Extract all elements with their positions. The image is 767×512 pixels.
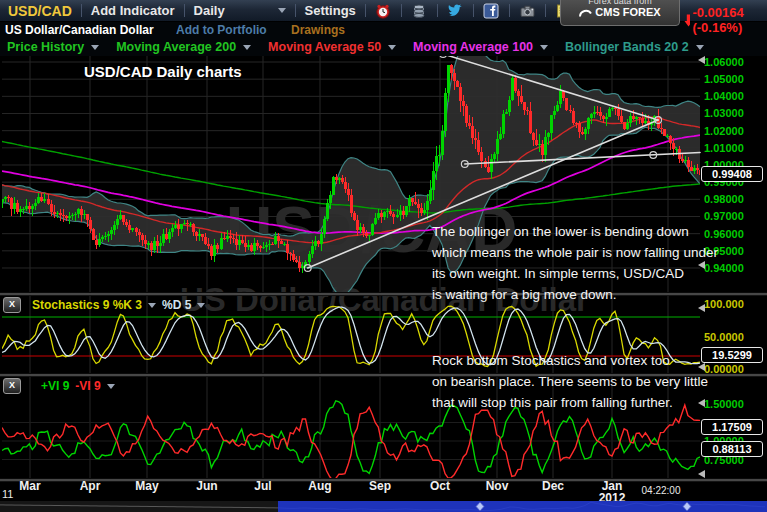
divider xyxy=(401,4,402,17)
svg-text:1.02000: 1.02000 xyxy=(704,125,744,137)
settings-button[interactable]: Settings xyxy=(305,3,356,18)
chevron-down-icon xyxy=(91,45,99,50)
facebook-icon[interactable] xyxy=(483,2,500,19)
timeline-scrollbar[interactable] xyxy=(0,500,767,512)
svg-text:0.98000: 0.98000 xyxy=(704,193,744,205)
chevron-down-icon[interactable] xyxy=(148,303,156,308)
svg-text:11: 11 xyxy=(2,488,13,500)
annotation-main: The bollinger on the lower is bending do… xyxy=(432,221,718,305)
drawings-tab[interactable]: Drawings xyxy=(291,23,345,37)
divider xyxy=(545,4,546,17)
annotation-line: Rock bottom Stochastics and vortex too xyxy=(432,350,708,371)
svg-text:50.0000: 50.0000 xyxy=(704,331,744,343)
chevron-down-icon xyxy=(278,8,286,13)
annotation-line: which means the whole pair is now fallin… xyxy=(432,242,718,263)
alarm-clock-icon[interactable] xyxy=(375,2,392,19)
last-price-box: 0.99408 xyxy=(701,166,763,182)
svg-text:04:22:00: 04:22:00 xyxy=(642,485,681,496)
annotation-line: on bearish place. There seems to be very… xyxy=(432,371,708,392)
divider xyxy=(437,4,438,17)
annotation-stoch: Rock bottom Stochastics and vortex too o… xyxy=(432,350,708,413)
svg-text:Jun: Jun xyxy=(196,479,217,493)
indicator-label: Bollinger Bands 20 2 xyxy=(565,40,689,54)
badge-brand: CMS FOREX xyxy=(595,6,660,18)
indicator-ma-200[interactable]: Moving Average 200 xyxy=(116,40,251,54)
vortex-header: X +VI 9 -VI 9 xyxy=(3,378,115,394)
divider xyxy=(81,4,82,17)
svg-text:Aug: Aug xyxy=(308,479,331,493)
indicator-label: Moving Average 50 xyxy=(268,40,381,54)
close-icon[interactable]: X xyxy=(3,378,21,394)
indicator-ma-50[interactable]: Moving Average 50 xyxy=(268,40,396,54)
vortex-minus-label[interactable]: -VI 9 xyxy=(75,379,100,393)
timeframe-dropdown[interactable]: Daily xyxy=(194,3,286,18)
chevron-down-icon xyxy=(696,45,704,50)
divider xyxy=(473,4,474,17)
cms-forex-badge: Forex data from CMS FOREX xyxy=(560,0,680,26)
indicator-price-history[interactable]: Price History xyxy=(7,40,99,54)
pair-name: US Dollar/Canadian Dollar xyxy=(5,23,154,37)
divider xyxy=(509,4,510,17)
svg-text:Dec: Dec xyxy=(542,479,564,493)
down-arrow-icon xyxy=(684,14,690,27)
indicator-label: Moving Average 200 xyxy=(116,40,236,54)
svg-text:Mar: Mar xyxy=(19,479,41,493)
divider xyxy=(365,4,366,17)
vortex-plus-label[interactable]: +VI 9 xyxy=(41,379,69,393)
price-change: -0.00164 (-0.16%) xyxy=(684,5,767,35)
chevron-down-icon xyxy=(243,45,251,50)
indicator-label: Moving Average 100 xyxy=(413,40,533,54)
svg-text:1.06000: 1.06000 xyxy=(704,56,744,68)
svg-text:1.04000: 1.04000 xyxy=(704,90,744,102)
trading-app-window: USD/CADUS Dollar/Canadian Dollar1.060001… xyxy=(0,0,767,512)
database-icon[interactable] xyxy=(411,2,428,19)
stochastics-label[interactable]: Stochastics 9 %K 3 xyxy=(32,298,142,312)
svg-text:Oct: Oct xyxy=(430,479,450,493)
svg-text:Nov: Nov xyxy=(486,479,509,493)
svg-text:Sep: Sep xyxy=(369,479,391,493)
svg-text:1.05000: 1.05000 xyxy=(704,73,744,85)
chevron-down-icon[interactable] xyxy=(107,384,115,389)
stochastics-header: X Stochastics 9 %K 3 %D 5 xyxy=(3,297,205,313)
chevron-down-icon xyxy=(388,45,396,50)
close-icon[interactable]: X xyxy=(3,297,21,313)
cms-forex-logo-icon xyxy=(579,7,592,18)
indicator-label: Price History xyxy=(7,40,84,54)
price-change-text: -0.00164 (-0.16%) xyxy=(692,5,767,35)
svg-text:Apr: Apr xyxy=(80,479,101,493)
annotation-line: is waiting for a big move down. xyxy=(432,284,718,305)
vortex-minus-value-box: 0.88113 xyxy=(701,441,763,457)
top-toolbar: USD/CAD Add Indicator Daily Settings xyxy=(0,0,767,22)
add-indicator-button[interactable]: Add Indicator xyxy=(91,3,175,18)
svg-text:1.03000: 1.03000 xyxy=(704,107,744,119)
camera-icon[interactable] xyxy=(519,2,536,19)
stochastics-d-label[interactable]: %D 5 xyxy=(162,298,191,312)
svg-text:1.50000: 1.50000 xyxy=(704,398,744,410)
divider xyxy=(295,4,296,17)
annotation-line: its own weight. In simple terms, USD/CAD xyxy=(432,263,718,284)
chevron-down-icon xyxy=(540,45,548,50)
svg-text:Jul: Jul xyxy=(254,479,271,493)
svg-text:0.00000: 0.00000 xyxy=(704,363,744,375)
chart-title: USD/CAD Daily charts xyxy=(84,63,242,80)
symbol-label: USD/CAD xyxy=(8,3,72,19)
indicator-bar: Price History Moving Average 200 Moving … xyxy=(0,38,767,56)
twitter-icon[interactable] xyxy=(447,2,464,19)
indicator-ma-100[interactable]: Moving Average 100 xyxy=(413,40,548,54)
divider xyxy=(184,4,185,17)
add-to-portfolio-link[interactable]: Add to Portfolio xyxy=(176,23,267,37)
annotation-line: The bollinger on the lower is bending do… xyxy=(432,221,718,242)
stochastics-value-box: 19.5299 xyxy=(701,347,763,363)
chevron-down-icon[interactable] xyxy=(197,303,205,308)
svg-text:May: May xyxy=(135,479,159,493)
indicator-bollinger[interactable]: Bollinger Bands 20 2 xyxy=(565,40,704,54)
svg-text:1.01000: 1.01000 xyxy=(704,142,744,154)
annotation-line: that will stop this pair from falling fu… xyxy=(432,392,708,413)
timeframe-value: Daily xyxy=(194,3,225,18)
vortex-plus-value-box: 1.17509 xyxy=(701,419,763,435)
